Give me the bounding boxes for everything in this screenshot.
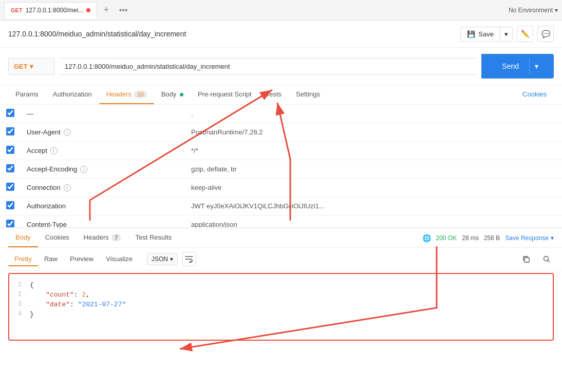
- info-icon[interactable]: i: [64, 184, 71, 191]
- header-key: Accept-Encoding: [27, 165, 77, 173]
- response-tab-body[interactable]: Body: [8, 228, 38, 247]
- line-number: 4: [9, 310, 30, 318]
- save-response-chevron: ▾: [551, 234, 554, 242]
- send-dropdown-icon[interactable]: ▾: [529, 58, 544, 74]
- header-key: User-Agent: [27, 128, 61, 136]
- cookies-link[interactable]: Cookies: [515, 85, 554, 104]
- header-key: —: [27, 110, 33, 117]
- format-tab-pretty[interactable]: Pretty: [8, 252, 38, 266]
- request-nav-tabs: Params Authorization Headers 10 Body Pre…: [0, 85, 562, 105]
- response-tab-cookies[interactable]: Cookies: [38, 228, 77, 247]
- header-value: gzip, deflate, br: [191, 165, 237, 173]
- table-row: User-Agent i PostmanRuntime/7.28.2: [0, 123, 562, 142]
- response-code-box: 1 { 2 "count": 2, 3 "date": "2021-07-27": [8, 273, 554, 341]
- info-icon[interactable]: i: [50, 147, 58, 154]
- table-row: Authorization JWT eyJ0eXAiOiJKV1QiLCJhbG…: [0, 197, 562, 215]
- header-checkbox[interactable]: [6, 109, 14, 117]
- header-checkbox[interactable]: [6, 127, 14, 135]
- tab-pre-request[interactable]: Pre-request Script: [191, 85, 259, 104]
- code-content: "count": 2,: [30, 291, 553, 299]
- headers-table: — . User-Agent i PostmanRuntime/7.28.2: [0, 105, 562, 228]
- code-content: }: [30, 310, 553, 318]
- response-tab-test-results[interactable]: Test Results: [128, 228, 179, 247]
- format-chevron-icon: ▾: [170, 256, 173, 263]
- format-type-select[interactable]: JSON ▾: [147, 253, 178, 265]
- save-dropdown-button[interactable]: ▾: [500, 27, 512, 41]
- wrap-button[interactable]: [182, 252, 196, 266]
- save-label: Save: [478, 30, 494, 38]
- environment-selector[interactable]: No Environment ▾: [509, 7, 558, 14]
- tab-tests[interactable]: Tests: [259, 85, 289, 104]
- line-number: 3: [9, 301, 30, 308]
- header-checkbox[interactable]: [6, 146, 14, 154]
- info-icon[interactable]: i: [64, 129, 71, 136]
- header-key: Authorization: [27, 202, 66, 210]
- method-label: GET: [14, 63, 28, 70]
- line-number: 2: [9, 291, 30, 299]
- header-value: */*: [191, 147, 198, 154]
- tab-authorization[interactable]: Authorization: [46, 85, 99, 104]
- comment-button[interactable]: 💬: [537, 26, 554, 42]
- response-tab-headers[interactable]: Headers 7: [77, 228, 128, 247]
- code-line-4: 4 }: [9, 309, 553, 319]
- method-chevron: ▾: [30, 63, 33, 70]
- send-button[interactable]: Send ▾: [481, 54, 554, 79]
- save-response-button[interactable]: Save Response ▾: [505, 234, 554, 242]
- tab-headers[interactable]: Headers 10: [99, 85, 154, 104]
- header-checkbox[interactable]: [6, 220, 14, 228]
- copy-button[interactable]: [519, 252, 533, 266]
- table-row: Content-Type application/json: [0, 215, 562, 228]
- header-value: PostmanRuntime/7.28.2: [191, 128, 263, 136]
- body-format-row: Pretty Raw Preview Visualize JSON ▾: [0, 248, 562, 271]
- method-select[interactable]: GET ▾: [8, 58, 54, 75]
- more-tabs-button[interactable]: •••: [115, 4, 132, 17]
- response-tabs: Body Cookies Headers 7 Test Results 🌐 20…: [0, 228, 562, 248]
- code-line-2: 2 "count": 2,: [9, 290, 553, 300]
- table-row: Connection i keep-alive: [0, 179, 562, 197]
- env-label: No Environment: [509, 7, 553, 14]
- headers-scroll-area[interactable]: — . User-Agent i PostmanRuntime/7.28.2: [0, 105, 562, 228]
- new-tab-button[interactable]: +: [99, 3, 113, 17]
- svg-rect-0: [524, 258, 529, 262]
- tab-bar: GET 127.0.0.1:8000/mei... + ••• No Envir…: [0, 0, 562, 21]
- globe-icon: 🌐: [422, 234, 431, 242]
- request-row: GET ▾ Send ▾: [0, 48, 562, 85]
- url-input[interactable]: [59, 58, 477, 75]
- save-icon: 💾: [467, 30, 475, 38]
- header-value: JWT eyJ0eXAiOiJKV1QiLCJhbGciOiJIUzI1...: [191, 202, 325, 210]
- tab-body[interactable]: Body: [154, 85, 191, 104]
- info-icon[interactable]: i: [80, 166, 87, 173]
- header-key: Accept: [27, 147, 47, 154]
- response-section: Body Cookies Headers 7 Test Results 🌐 20…: [0, 228, 562, 341]
- save-response-label: Save Response: [505, 234, 549, 242]
- tab-settings[interactable]: Settings: [289, 85, 327, 104]
- table-row: Accept i */*: [0, 142, 562, 160]
- status-code: 200 OK: [436, 234, 457, 242]
- line-number: 1: [9, 281, 30, 289]
- format-tab-visualize[interactable]: Visualize: [100, 252, 139, 266]
- active-tab[interactable]: GET 127.0.0.1:8000/mei...: [4, 2, 97, 18]
- header-value: application/json: [191, 221, 237, 228]
- table-row: — .: [0, 105, 562, 123]
- code-content: {: [30, 281, 553, 289]
- tab-params[interactable]: Params: [8, 85, 46, 104]
- header-checkbox[interactable]: [6, 183, 14, 191]
- header-checkbox[interactable]: [6, 201, 14, 209]
- save-button-group[interactable]: 💾 Save ▾: [460, 27, 513, 42]
- response-size: 256 B: [484, 234, 500, 242]
- save-button[interactable]: 💾 Save: [461, 27, 500, 41]
- code-line-1: 1 {: [9, 280, 553, 290]
- search-button[interactable]: [539, 252, 554, 266]
- header-key: Connection: [27, 184, 61, 191]
- format-tab-preview[interactable]: Preview: [64, 252, 100, 266]
- chevron-down-icon: ▾: [555, 7, 558, 14]
- response-code-area: 1 { 2 "count": 2, 3 "date": "2021-07-27": [9, 276, 553, 338]
- edit-button[interactable]: ✏️: [517, 26, 533, 42]
- response-time: 28 ms: [462, 234, 479, 242]
- code-content: "date": "2021-07-27": [30, 301, 553, 308]
- header-checkbox[interactable]: [6, 164, 14, 172]
- format-tab-raw[interactable]: Raw: [38, 252, 64, 266]
- header-key: Content-Type: [27, 221, 67, 228]
- table-row: Accept-Encoding i gzip, deflate, br: [0, 160, 562, 179]
- send-label: Send: [492, 58, 529, 74]
